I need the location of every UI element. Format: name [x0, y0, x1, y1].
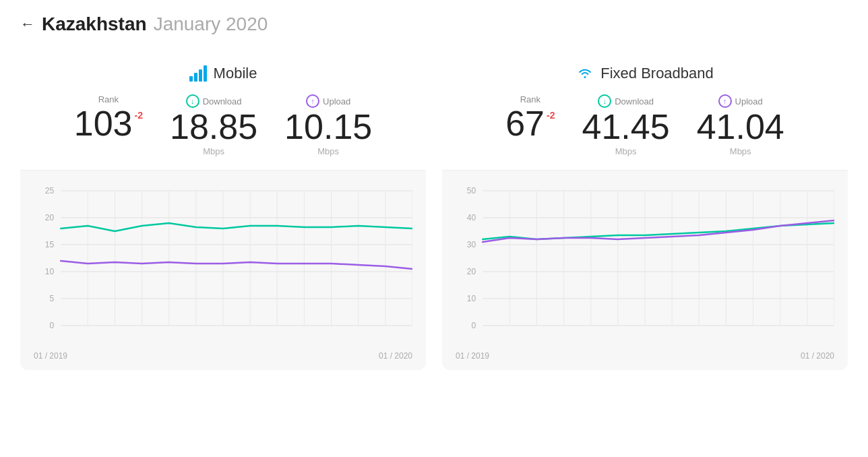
download-icon: ↓: [186, 94, 199, 108]
svg-text:25: 25: [45, 186, 55, 195]
mobile-rank-stat: Rank 103 -2: [74, 94, 143, 141]
svg-text:0: 0: [471, 321, 476, 330]
broadband-upload-icon: ↑: [718, 94, 732, 108]
mobile-rank-value: 103: [74, 106, 133, 141]
broadband-card-top: Fixed Broadband Rank 67 -2 ↓ Download: [442, 49, 848, 171]
broadband-upload-stat: ↑ Upload 41.04 Mbps: [697, 94, 784, 156]
mobile-card-top: Mobile Rank 103 -2 ↓ Download: [20, 49, 426, 171]
date-label: January 2020: [154, 13, 268, 35]
mobile-upload-stat: ↑ Upload 10.15 Mbps: [284, 94, 372, 156]
svg-text:5: 5: [49, 294, 54, 303]
broadband-rank-change: -2: [547, 110, 555, 121]
mobile-card: Mobile Rank 103 -2 ↓ Download: [20, 49, 426, 370]
svg-text:20: 20: [467, 267, 476, 276]
broadband-card-title: Fixed Broadband: [462, 65, 828, 82]
broadband-chart-footer: 01 / 2019 01 / 2020: [442, 348, 848, 370]
broadband-upload-label: ↑ Upload: [718, 94, 763, 108]
mobile-stats-row: Rank 103 -2 ↓ Download 18.85 Mbps: [40, 94, 406, 156]
broadband-rank-value: 67: [505, 106, 545, 141]
broadband-rank-label: Rank: [520, 94, 540, 104]
mobile-download-value: 18.85: [170, 109, 257, 144]
mobile-icon: [189, 65, 207, 82]
broadband-download-icon: ↓: [598, 94, 611, 108]
mobile-rank-label: Rank: [98, 94, 119, 104]
broadband-download-unit: Mbps: [615, 146, 637, 156]
mobile-rank-change: -2: [135, 110, 143, 121]
svg-text:50: 50: [467, 186, 476, 195]
country-label: Kazakhstan: [42, 13, 147, 35]
broadband-rank-stat: Rank 67 -2: [505, 94, 555, 141]
svg-text:15: 15: [45, 240, 55, 249]
svg-text:10: 10: [45, 267, 55, 276]
broadband-download-label: ↓ Download: [598, 94, 654, 108]
svg-text:10: 10: [467, 294, 476, 303]
mobile-upload-label: ↑ Upload: [306, 94, 350, 108]
page-header: ← Kazakhstan January 2020: [20, 13, 848, 35]
wifi-icon: [576, 67, 594, 80]
svg-text:0: 0: [49, 321, 54, 330]
mobile-chart-area: 25 20 15 10 5 0: [20, 171, 426, 348]
svg-text:30: 30: [467, 240, 476, 249]
back-button[interactable]: ←: [20, 16, 35, 33]
broadband-chart: 50 40 30 20 10 0: [456, 184, 834, 339]
mobile-download-stat: ↓ Download 18.85 Mbps: [170, 94, 257, 156]
mobile-title-text: Mobile: [214, 65, 257, 82]
broadband-chart-area: 50 40 30 20 10 0: [442, 171, 848, 348]
mobile-download-label: ↓ Download: [186, 94, 242, 108]
mobile-chart-start: 01 / 2019: [34, 351, 67, 361]
mobile-card-title: Mobile: [40, 65, 406, 82]
broadband-card: Fixed Broadband Rank 67 -2 ↓ Download: [442, 49, 848, 370]
svg-text:20: 20: [45, 213, 55, 222]
mobile-upload-value: 10.15: [284, 109, 372, 144]
broadband-download-stat: ↓ Download 41.45 Mbps: [582, 94, 670, 156]
cards-container: Mobile Rank 103 -2 ↓ Download: [20, 49, 848, 370]
mobile-chart: 25 20 15 10 5 0: [34, 184, 412, 339]
mobile-chart-end: 01 / 2020: [379, 351, 412, 361]
mobile-upload-unit: Mbps: [317, 146, 339, 156]
broadband-upload-unit: Mbps: [730, 146, 751, 156]
broadband-chart-start: 01 / 2019: [456, 351, 489, 361]
svg-text:40: 40: [467, 213, 476, 222]
broadband-stats-row: Rank 67 -2 ↓ Download 41.45 Mbps: [462, 94, 828, 156]
broadband-upload-value: 41.04: [697, 109, 784, 144]
broadband-chart-end: 01 / 2020: [801, 351, 834, 361]
upload-icon: ↑: [306, 94, 319, 108]
mobile-chart-footer: 01 / 2019 01 / 2020: [20, 348, 426, 370]
mobile-download-unit: Mbps: [203, 146, 224, 156]
broadband-download-value: 41.45: [582, 109, 670, 144]
broadband-title-text: Fixed Broadband: [600, 65, 714, 82]
